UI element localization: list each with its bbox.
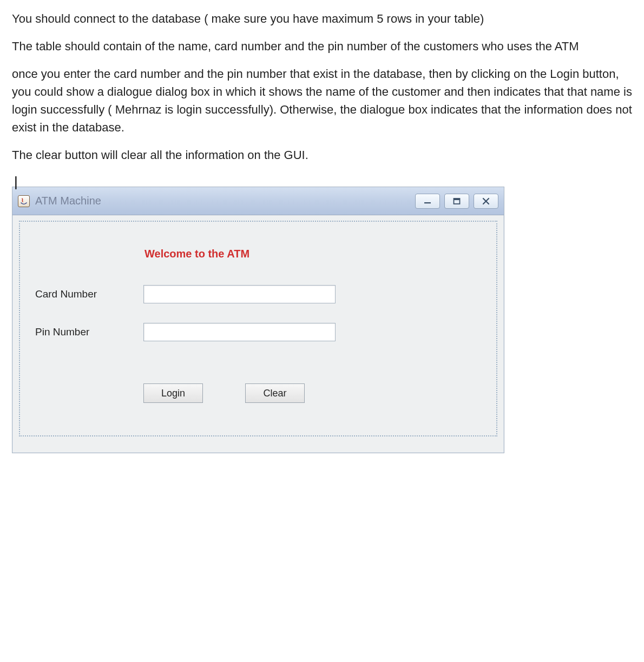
window-titlebar[interactable]: ATM Machine xyxy=(12,187,504,215)
card-number-input[interactable] xyxy=(143,285,336,303)
welcome-label: Welcome to the ATM xyxy=(144,248,481,260)
svg-rect-2 xyxy=(454,198,460,200)
instruction-paragraph-4: The clear button will clear all the info… xyxy=(12,146,632,164)
pin-number-input[interactable] xyxy=(143,323,336,341)
pin-number-label: Pin Number xyxy=(35,326,143,338)
instruction-paragraph-1: You should connect to the database ( mak… xyxy=(12,10,632,28)
atm-window: ATM Machine xyxy=(12,187,504,453)
instruction-paragraph-3: once you enter the card number and the p… xyxy=(12,65,632,136)
minimize-button[interactable] xyxy=(415,194,440,209)
close-button[interactable] xyxy=(474,194,498,209)
svg-rect-0 xyxy=(424,202,431,203)
maximize-button[interactable] xyxy=(444,194,469,209)
clear-button[interactable]: Clear xyxy=(245,383,305,403)
window-title: ATM Machine xyxy=(35,195,101,207)
login-button[interactable]: Login xyxy=(143,383,203,403)
java-app-icon xyxy=(18,195,30,207)
card-number-label: Card Number xyxy=(35,288,143,300)
form-panel: Welcome to the ATM Card Number Pin Numbe… xyxy=(19,221,497,436)
instruction-paragraph-2: The table should contain of the name, ca… xyxy=(12,37,632,55)
